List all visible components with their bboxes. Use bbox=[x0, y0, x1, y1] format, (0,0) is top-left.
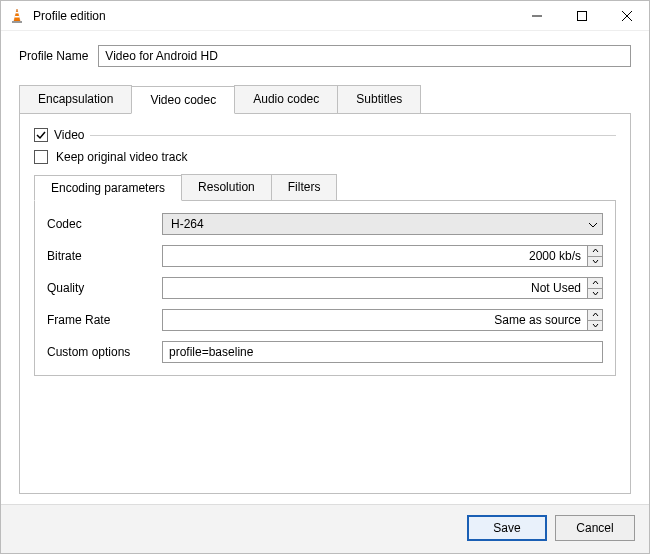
chevron-up-icon bbox=[592, 312, 599, 317]
maximize-button[interactable] bbox=[559, 1, 604, 30]
chevron-up-icon bbox=[592, 280, 599, 285]
tab-audio-codec[interactable]: Audio codec bbox=[234, 85, 338, 113]
custom-options-input[interactable] bbox=[162, 341, 603, 363]
inner-tab-encoding[interactable]: Encoding parameters bbox=[34, 175, 182, 201]
bitrate-input[interactable] bbox=[162, 245, 587, 267]
chevron-down-icon bbox=[592, 291, 599, 296]
profile-name-row: Profile Name bbox=[19, 45, 631, 67]
quality-label: Quality bbox=[47, 281, 152, 295]
dialog-footer: Save Cancel bbox=[1, 504, 649, 553]
svg-rect-5 bbox=[577, 11, 586, 20]
profile-name-input[interactable] bbox=[98, 45, 631, 67]
cancel-button[interactable]: Cancel bbox=[555, 515, 635, 541]
vlc-cone-icon bbox=[9, 8, 25, 24]
codec-value: H-264 bbox=[171, 217, 204, 231]
custom-options-label: Custom options bbox=[47, 345, 152, 359]
inner-panel-encoding: Codec H-264 Bitrate bbox=[34, 200, 616, 376]
check-icon bbox=[36, 130, 46, 140]
tab-subtitles[interactable]: Subtitles bbox=[337, 85, 421, 113]
svg-rect-3 bbox=[12, 21, 22, 23]
keep-original-checkbox[interactable] bbox=[34, 150, 48, 164]
encoding-form: Codec H-264 Bitrate bbox=[47, 213, 603, 363]
bitrate-up-button[interactable] bbox=[588, 246, 602, 257]
keep-original-row: Keep original video track bbox=[34, 150, 616, 164]
bitrate-field bbox=[162, 245, 603, 267]
save-button[interactable]: Save bbox=[467, 515, 547, 541]
svg-rect-2 bbox=[15, 16, 20, 18]
profile-name-label: Profile Name bbox=[19, 49, 88, 63]
titlebar: Profile edition bbox=[1, 1, 649, 31]
video-checkbox[interactable] bbox=[34, 128, 48, 142]
inner-tab-resolution[interactable]: Resolution bbox=[181, 174, 272, 200]
framerate-down-button[interactable] bbox=[588, 321, 602, 331]
svg-marker-0 bbox=[14, 9, 20, 21]
main-tabs: Encapsulation Video codec Audio codec Su… bbox=[19, 85, 631, 113]
video-group-header: Video bbox=[34, 128, 616, 142]
dialog-body: Profile Name Encapsulation Video codec A… bbox=[1, 31, 649, 504]
quality-field bbox=[162, 277, 603, 299]
tab-panel-video-codec: Video Keep original video track Encoding… bbox=[19, 113, 631, 494]
tab-encapsulation[interactable]: Encapsulation bbox=[19, 85, 132, 113]
group-divider bbox=[90, 135, 616, 136]
minimize-button[interactable] bbox=[514, 1, 559, 30]
inner-tab-filters[interactable]: Filters bbox=[271, 174, 338, 200]
codec-select[interactable]: H-264 bbox=[162, 213, 603, 235]
bitrate-label: Bitrate bbox=[47, 249, 152, 263]
window: Profile edition Profile Name Encapsulati… bbox=[0, 0, 650, 554]
framerate-field bbox=[162, 309, 603, 331]
quality-input[interactable] bbox=[162, 277, 587, 299]
svg-rect-1 bbox=[15, 12, 19, 13]
chevron-up-icon bbox=[592, 248, 599, 253]
window-title: Profile edition bbox=[33, 9, 514, 23]
quality-down-button[interactable] bbox=[588, 289, 602, 299]
framerate-input[interactable] bbox=[162, 309, 587, 331]
inner-tabs: Encoding parameters Resolution Filters bbox=[34, 174, 616, 200]
bitrate-spinner bbox=[587, 245, 603, 267]
chevron-down-icon bbox=[588, 217, 598, 231]
codec-label: Codec bbox=[47, 217, 152, 231]
bitrate-down-button[interactable] bbox=[588, 257, 602, 267]
chevron-down-icon bbox=[592, 259, 599, 264]
quality-up-button[interactable] bbox=[588, 278, 602, 289]
quality-spinner bbox=[587, 277, 603, 299]
framerate-up-button[interactable] bbox=[588, 310, 602, 321]
tab-video-codec[interactable]: Video codec bbox=[131, 86, 235, 114]
chevron-down-icon bbox=[592, 323, 599, 328]
keep-original-label: Keep original video track bbox=[56, 150, 187, 164]
close-button[interactable] bbox=[604, 1, 649, 30]
video-group: Video Keep original video track Encoding… bbox=[34, 128, 616, 376]
framerate-label: Frame Rate bbox=[47, 313, 152, 327]
framerate-spinner bbox=[587, 309, 603, 331]
video-checkbox-label: Video bbox=[54, 128, 84, 142]
